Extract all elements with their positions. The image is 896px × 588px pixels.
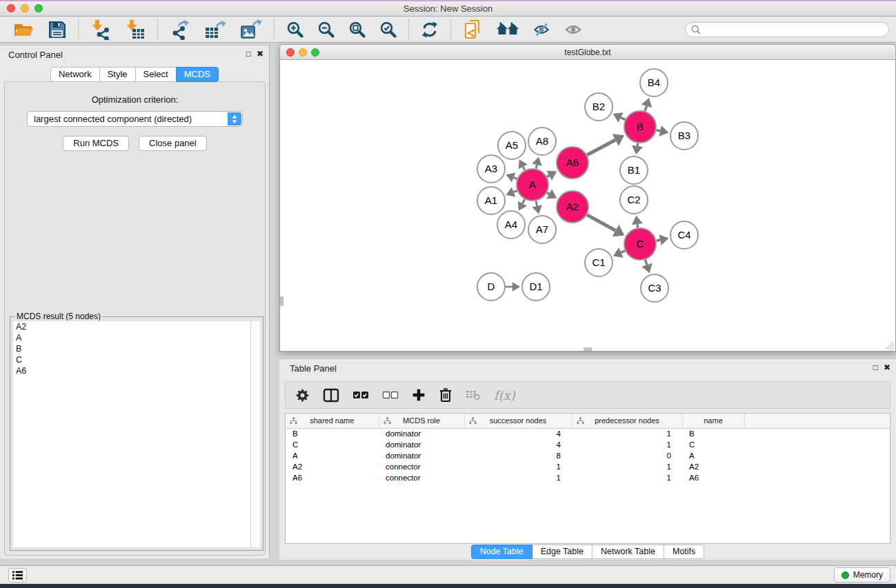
close-panel-button[interactable]: Close panel bbox=[139, 136, 207, 151]
table-cell[interactable]: 1 bbox=[572, 439, 682, 450]
tab-edge-table[interactable]: Edge Table bbox=[532, 545, 593, 559]
graph-edge[interactable] bbox=[587, 140, 615, 155]
table-cell[interactable]: 4 bbox=[464, 428, 572, 439]
select-all-rows-button[interactable] bbox=[352, 389, 369, 401]
float-table-panel-icon[interactable]: □ bbox=[873, 363, 878, 372]
table-cell[interactable]: 1 bbox=[464, 461, 572, 472]
toolbar-search[interactable] bbox=[685, 22, 889, 37]
column-header-shared-name[interactable]: shared name bbox=[286, 414, 379, 428]
mcds-list-scrollbar[interactable] bbox=[250, 321, 260, 547]
table-cell[interactable]: 1 bbox=[572, 461, 682, 472]
graph-edge[interactable] bbox=[645, 260, 646, 265]
tab-network-table[interactable]: Network Table bbox=[592, 545, 664, 559]
hide-selected-button[interactable] bbox=[530, 21, 553, 39]
export-image-button[interactable] bbox=[237, 18, 265, 41]
column-header-name[interactable]: name bbox=[682, 414, 744, 428]
table-row[interactable]: Bdominator41B bbox=[286, 428, 890, 439]
mcds-result-item[interactable]: A bbox=[13, 332, 260, 343]
table-cell[interactable]: dominator bbox=[379, 450, 464, 461]
run-mcds-button[interactable]: Run MCDS bbox=[63, 136, 129, 151]
graph-edge[interactable] bbox=[637, 143, 638, 146]
network-hscroll-thumb[interactable] bbox=[584, 347, 592, 351]
table-cell[interactable]: 1 bbox=[572, 472, 682, 483]
delete-table-button[interactable] bbox=[466, 389, 481, 401]
table-cell[interactable]: A6 bbox=[682, 472, 744, 483]
table-cell[interactable]: dominator bbox=[379, 428, 464, 439]
create-column-button[interactable] bbox=[412, 388, 426, 402]
mcds-result-item[interactable]: A2 bbox=[13, 321, 260, 332]
graph-edge[interactable] bbox=[657, 130, 661, 131]
graph-edge[interactable] bbox=[645, 106, 646, 111]
home-button[interactable] bbox=[493, 20, 522, 39]
tab-select[interactable]: Select bbox=[135, 67, 177, 82]
tab-node-table[interactable]: Node Table bbox=[471, 545, 532, 559]
refresh-button[interactable] bbox=[418, 19, 441, 40]
zoom-selected-button[interactable] bbox=[377, 19, 399, 39]
show-columns-button[interactable] bbox=[323, 388, 339, 403]
table-cell[interactable]: A2 bbox=[286, 461, 379, 472]
zoom-fit-button[interactable] bbox=[346, 19, 368, 39]
close-panel-icon[interactable]: ✖ bbox=[257, 49, 263, 59]
save-session-button[interactable] bbox=[46, 19, 69, 40]
graph-edge[interactable] bbox=[587, 215, 616, 231]
resize-grip-icon[interactable] bbox=[886, 341, 895, 350]
table-cell[interactable]: 1 bbox=[572, 428, 682, 439]
graph-edge[interactable] bbox=[637, 224, 638, 227]
tab-mcds[interactable]: MCDS bbox=[176, 67, 219, 82]
column-header-predecessor-nodes[interactable]: predecessor nodes bbox=[572, 414, 682, 428]
open-session-button[interactable] bbox=[11, 20, 37, 39]
mcds-result-item[interactable]: A6 bbox=[13, 365, 260, 376]
column-header-mcds-role[interactable]: MCDS role bbox=[379, 414, 464, 428]
delete-column-button[interactable] bbox=[439, 387, 452, 403]
graph-edge[interactable] bbox=[536, 165, 537, 169]
graph-edge[interactable] bbox=[547, 176, 549, 177]
graph-edge[interactable] bbox=[514, 177, 517, 179]
import-network-button[interactable] bbox=[88, 18, 114, 41]
optimization-criterion-select[interactable]: largest connected component (directed) bbox=[27, 111, 243, 127]
mcds-result-list[interactable]: A2ABCA6 bbox=[12, 321, 261, 548]
tab-motifs[interactable]: Motifs bbox=[664, 545, 704, 559]
graph-edge[interactable] bbox=[621, 251, 625, 253]
table-row[interactable]: Cdominator41C bbox=[286, 439, 890, 450]
table-cell[interactable]: C bbox=[682, 439, 744, 450]
search-input[interactable] bbox=[704, 25, 883, 34]
tab-network[interactable]: Network bbox=[50, 67, 100, 82]
table-row[interactable]: A2connector11A2 bbox=[286, 461, 890, 472]
task-history-button[interactable] bbox=[8, 568, 27, 582]
new-network-from-selection-button[interactable] bbox=[460, 18, 485, 41]
zoom-out-button[interactable] bbox=[315, 19, 337, 39]
column-header-successor-nodes[interactable]: successor nodes bbox=[464, 414, 572, 428]
graph-edge[interactable] bbox=[536, 201, 537, 205]
table-cell[interactable]: B bbox=[682, 428, 744, 439]
table-settings-button[interactable] bbox=[295, 388, 310, 403]
mcds-result-item[interactable]: C bbox=[13, 354, 260, 365]
table-cell[interactable]: 1 bbox=[464, 472, 572, 483]
export-network-button[interactable] bbox=[167, 18, 193, 41]
table-cell[interactable]: A bbox=[682, 450, 744, 461]
import-table-button[interactable] bbox=[122, 18, 148, 41]
table-cell[interactable]: A bbox=[286, 450, 379, 461]
tab-style[interactable]: Style bbox=[99, 67, 136, 82]
export-table-button[interactable] bbox=[201, 18, 229, 41]
table-cell[interactable]: connector bbox=[379, 461, 464, 472]
table-row[interactable]: Adominator80A bbox=[286, 450, 890, 461]
show-all-button[interactable] bbox=[561, 21, 585, 39]
network-canvas[interactable]: B4B2BB3A5A8A6A3AB1A1C2A4A7A2CC4C1C3DD1 bbox=[279, 60, 896, 352]
table-cell[interactable]: connector bbox=[379, 472, 464, 483]
table-cell[interactable]: 0 bbox=[572, 450, 682, 461]
zoom-in-button[interactable] bbox=[283, 19, 306, 39]
memory-button[interactable]: Memory bbox=[834, 567, 890, 582]
graph-edge[interactable] bbox=[621, 117, 625, 119]
table-cell[interactable]: B bbox=[286, 428, 379, 439]
graph-edge[interactable] bbox=[522, 199, 524, 203]
table-cell[interactable]: A2 bbox=[682, 461, 744, 472]
graph-edge[interactable] bbox=[514, 191, 517, 192]
close-table-panel-icon[interactable]: ✖ bbox=[884, 363, 890, 372]
deselect-all-rows-button[interactable] bbox=[382, 389, 399, 401]
graph-edge[interactable] bbox=[547, 193, 549, 194]
mcds-result-item[interactable]: B bbox=[13, 343, 260, 354]
table-cell[interactable]: A6 bbox=[286, 472, 379, 483]
graph-edge[interactable] bbox=[657, 240, 661, 241]
table-cell[interactable]: C bbox=[286, 439, 379, 450]
network-vscroll-thumb[interactable] bbox=[280, 296, 283, 306]
